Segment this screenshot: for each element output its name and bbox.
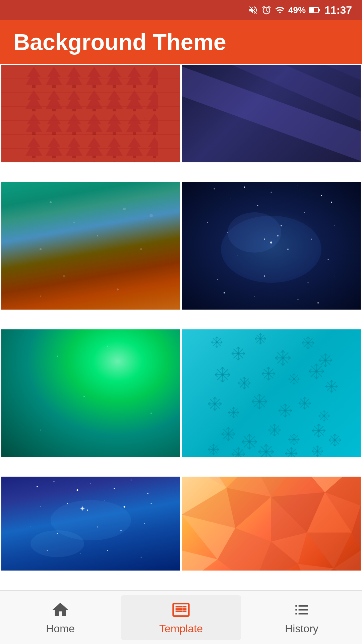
svg-marker-115 xyxy=(182,550,218,571)
svg-point-86 xyxy=(144,523,145,524)
svg-point-23 xyxy=(298,185,298,186)
svg-point-79 xyxy=(104,500,105,500)
svg-point-50 xyxy=(57,356,58,357)
svg-point-47 xyxy=(335,225,335,226)
svg-point-92 xyxy=(31,530,84,557)
svg-point-88 xyxy=(80,553,81,554)
theme-card-dark-purple[interactable] xyxy=(182,65,361,181)
svg-point-21 xyxy=(244,186,245,188)
bottom-navigation: Home Template History xyxy=(0,590,362,644)
svg-point-39 xyxy=(317,302,319,304)
status-icons: 49% 11:37 xyxy=(248,4,352,16)
home-label: Home xyxy=(46,623,74,635)
svg-point-27 xyxy=(304,212,305,213)
svg-point-75 xyxy=(147,493,148,494)
svg-point-37 xyxy=(308,282,309,283)
theme-card-green-gradient[interactable] xyxy=(1,329,180,475)
svg-point-20 xyxy=(231,199,231,199)
svg-point-26 xyxy=(257,205,258,206)
status-bar: 49% 11:37 xyxy=(0,0,362,20)
svg-point-49 xyxy=(335,276,335,276)
svg-point-44 xyxy=(228,212,281,253)
svg-point-82 xyxy=(30,527,31,527)
svg-point-81 xyxy=(151,503,152,504)
svg-rect-2 xyxy=(310,8,314,12)
battery-text: 49% xyxy=(288,5,306,15)
svg-point-52 xyxy=(83,396,85,397)
svg-point-80 xyxy=(124,506,125,508)
svg-point-13 xyxy=(97,235,98,236)
svg-point-51 xyxy=(107,346,108,347)
alarm-icon xyxy=(261,5,272,15)
svg-point-48 xyxy=(207,222,208,223)
theme-card-space-blue[interactable] xyxy=(182,182,361,328)
svg-point-17 xyxy=(40,296,41,297)
svg-point-35 xyxy=(217,279,218,280)
template-label: Template xyxy=(159,623,203,635)
theme-card-red-xmas[interactable] xyxy=(1,65,180,181)
svg-marker-118 xyxy=(298,564,334,571)
svg-rect-1 xyxy=(319,9,320,11)
app-header: Background Theme xyxy=(0,20,362,64)
svg-point-16 xyxy=(117,288,119,290)
history-label: History xyxy=(285,623,318,635)
home-icon xyxy=(51,600,70,619)
svg-point-22 xyxy=(271,192,272,193)
svg-point-72 xyxy=(90,483,91,484)
page-title: Background Theme xyxy=(13,29,226,55)
svg-point-11 xyxy=(123,208,126,210)
history-icon xyxy=(292,600,311,619)
svg-point-76 xyxy=(40,506,41,507)
theme-card-teal-snowflakes[interactable] xyxy=(182,329,361,475)
svg-point-54 xyxy=(40,430,41,431)
nav-item-home[interactable]: Home xyxy=(0,595,121,640)
svg-point-19 xyxy=(214,189,215,190)
svg-point-9 xyxy=(50,201,52,203)
svg-point-70 xyxy=(54,481,55,482)
svg-point-53 xyxy=(131,379,131,380)
battery-icon xyxy=(309,7,320,13)
svg-point-12 xyxy=(40,248,42,250)
svg-point-69 xyxy=(37,486,38,487)
svg-point-55 xyxy=(150,413,152,414)
svg-rect-5 xyxy=(24,65,158,162)
svg-point-15 xyxy=(63,275,65,277)
svg-point-46 xyxy=(298,299,299,300)
theme-card-teal-orange[interactable] xyxy=(1,182,180,328)
svg-point-45 xyxy=(224,292,225,293)
wifi-icon xyxy=(275,5,285,15)
svg-point-34 xyxy=(328,259,329,260)
svg-point-71 xyxy=(77,489,78,491)
theme-grid xyxy=(0,64,362,590)
svg-point-14 xyxy=(140,248,142,250)
time-display: 11:37 xyxy=(324,4,352,16)
svg-point-89 xyxy=(107,550,108,551)
mute-icon xyxy=(248,5,258,15)
nav-item-template[interactable]: Template xyxy=(121,595,241,640)
theme-card-poly-salmon[interactable] xyxy=(182,477,361,589)
theme-card-blue-space[interactable] xyxy=(1,477,180,589)
svg-point-28 xyxy=(331,202,332,203)
svg-point-38 xyxy=(254,296,255,297)
svg-point-74 xyxy=(131,480,132,481)
svg-point-90 xyxy=(141,557,142,558)
template-icon xyxy=(172,600,190,619)
nav-item-history[interactable]: History xyxy=(241,595,362,640)
svg-point-10 xyxy=(73,222,75,223)
svg-point-24 xyxy=(321,195,322,196)
svg-point-25 xyxy=(221,209,221,209)
svg-point-18 xyxy=(149,214,153,217)
svg-point-73 xyxy=(114,488,115,489)
